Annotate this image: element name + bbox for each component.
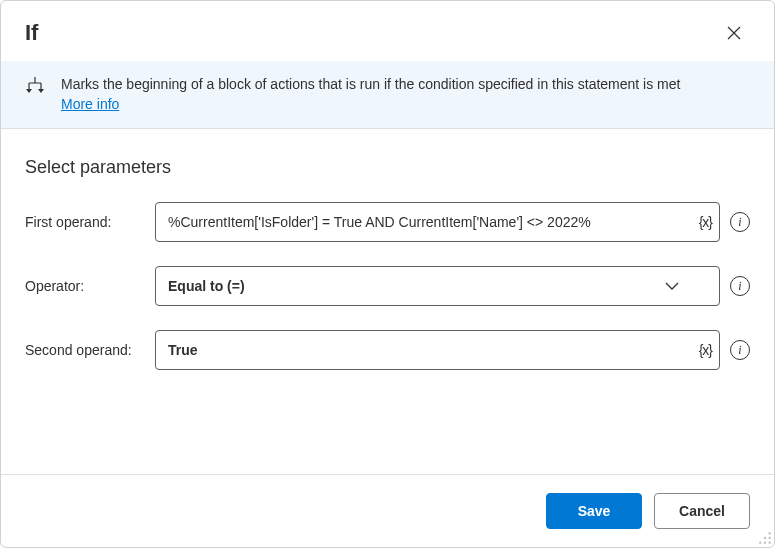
first-operand-input[interactable] [155,202,720,242]
operator-select[interactable]: Equal to (=) [155,266,720,306]
svg-point-0 [769,532,771,534]
svg-point-4 [764,542,766,544]
section-title: Select parameters [25,157,750,178]
close-icon [727,26,741,40]
second-operand-row: Second operand: {x} i [25,330,750,370]
close-button[interactable] [718,17,750,49]
more-info-link[interactable]: More info [61,96,119,112]
chevron-down-icon [665,282,679,290]
svg-point-5 [769,542,771,544]
dialog-title: If [25,20,38,46]
variable-picker-icon[interactable]: {x} [699,342,712,358]
if-dialog: If Marks the beginning of a block of act… [0,0,775,548]
operator-value: Equal to (=) [168,278,245,294]
operator-info-button[interactable]: i [730,276,750,296]
second-operand-info-button[interactable]: i [730,340,750,360]
dialog-content: Select parameters First operand: {x} i O… [1,129,774,474]
save-button[interactable]: Save [546,493,642,529]
svg-point-1 [764,537,766,539]
svg-point-3 [759,542,761,544]
svg-point-2 [769,537,771,539]
dialog-header: If [1,1,774,61]
first-operand-info-button[interactable]: i [730,212,750,232]
info-banner: Marks the beginning of a block of action… [1,61,774,129]
banner-description: Marks the beginning of a block of action… [61,76,680,92]
operator-row: Operator: Equal to (=) i [25,266,750,306]
variable-picker-icon[interactable]: {x} [699,214,712,230]
operator-label: Operator: [25,278,145,294]
first-operand-label: First operand: [25,214,145,230]
banner-text: Marks the beginning of a block of action… [61,75,680,114]
second-operand-wrap: {x} [155,330,720,370]
operator-wrap: Equal to (=) [155,266,720,306]
first-operand-row: First operand: {x} i [25,202,750,242]
condition-icon [25,77,45,97]
dialog-footer: Save Cancel [1,474,774,547]
first-operand-wrap: {x} [155,202,720,242]
second-operand-label: Second operand: [25,342,145,358]
cancel-button[interactable]: Cancel [654,493,750,529]
resize-grip-icon[interactable] [758,531,772,545]
second-operand-input[interactable] [155,330,720,370]
